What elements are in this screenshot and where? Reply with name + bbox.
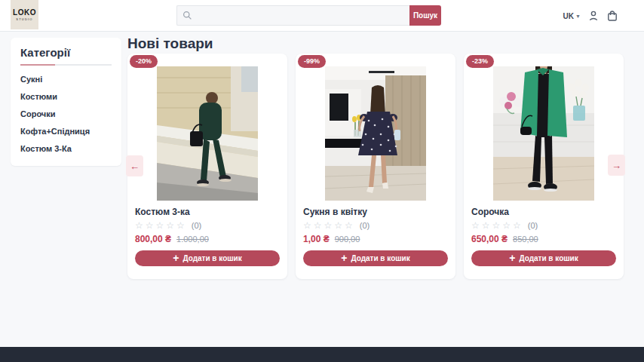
search-input[interactable]: [176, 5, 409, 26]
header: LOKO STUDIO Пошук UK ▼: [0, 0, 644, 32]
account-icon[interactable]: [587, 10, 600, 22]
search-bar: Пошук: [176, 5, 441, 26]
sidebar-item-kofta-spidnytsia[interactable]: Кофта+Спідниця: [20, 122, 112, 140]
logo[interactable]: LOKO STUDIO: [11, 0, 38, 29]
old-price: 900,00: [335, 235, 360, 244]
product-name[interactable]: Сукня в квітку: [303, 207, 448, 217]
price-row: 800,00 ₴ 1.000,00: [135, 234, 280, 244]
logo-title: LOKO: [13, 9, 36, 17]
logo-subtitle: STUDIO: [16, 17, 32, 21]
add-to-cart-label: Додати в кошик: [519, 254, 578, 262]
cart-icon[interactable]: [606, 10, 618, 22]
chevron-down-icon: ▼: [575, 14, 581, 19]
product-card[interactable]: -23%: [464, 54, 624, 279]
discount-badge: -23%: [466, 55, 494, 68]
star-rating-icons[interactable]: ☆☆☆☆☆: [303, 221, 355, 230]
language-label: UK: [563, 12, 574, 20]
rating-count: (0): [192, 221, 201, 230]
sidebar-item-kostium-3ka[interactable]: Костюм 3-Ка: [20, 140, 112, 157]
product-info: Костюм 3-ка ☆☆☆☆☆ (0) 800,00 ₴ 1.000,00 …: [127, 201, 287, 266]
add-to-cart-button[interactable]: + Додати в кошик: [471, 250, 616, 266]
product-photo-suit[interactable]: [157, 66, 258, 201]
product-info: Сукня в квітку ☆☆☆☆☆ (0) 1,00 ₴ 900,00 +…: [296, 201, 455, 266]
product-card[interactable]: -20%: [127, 54, 287, 279]
language-selector[interactable]: UK ▼: [563, 12, 581, 20]
product-photo-shirt[interactable]: [493, 66, 594, 201]
rating-row: ☆☆☆☆☆ (0): [135, 221, 280, 230]
carousel-next-button[interactable]: →: [608, 155, 625, 176]
sidebar-item-sorochky[interactable]: Сорочки: [20, 105, 112, 122]
product-carousel: -20%: [127, 54, 624, 279]
price-row: 650,00 ₴ 850,00: [471, 234, 616, 244]
current-price: 1,00 ₴: [303, 234, 330, 244]
discount-badge: -99%: [298, 55, 326, 68]
arrow-right-icon: →: [612, 161, 621, 170]
add-to-cart-button[interactable]: + Додати в кошик: [303, 250, 448, 266]
product-info: Сорочка ☆☆☆☆☆ (0) 650,00 ₴ 850,00 + Дода…: [464, 201, 624, 266]
old-price: 1.000,00: [176, 235, 209, 244]
sidebar-title: Категорії: [20, 46, 112, 59]
rating-row: ☆☆☆☆☆ (0): [471, 221, 616, 230]
rating-row: ☆☆☆☆☆ (0): [303, 221, 448, 230]
current-price: 650,00 ₴: [471, 234, 508, 244]
footer: [0, 347, 644, 362]
product-name[interactable]: Сорочка: [471, 207, 616, 217]
page-title: Нові товари: [127, 35, 213, 52]
sidebar-divider: [20, 64, 112, 66]
search-button[interactable]: Пошук: [409, 5, 441, 26]
old-price: 850,00: [513, 235, 538, 244]
product-card[interactable]: -99%: [296, 54, 455, 279]
storefront-page: LOKO STUDIO Пошук UK ▼: [0, 0, 644, 362]
rating-count: (0): [360, 221, 370, 230]
product-photo-dress[interactable]: [325, 66, 426, 201]
add-to-cart-button[interactable]: + Додати в кошик: [135, 250, 280, 266]
add-to-cart-label: Додати в кошик: [351, 254, 409, 262]
sidebar-item-sukni[interactable]: Сукні: [20, 70, 112, 87]
price-row: 1,00 ₴ 900,00: [303, 234, 448, 244]
rating-count: (0): [528, 221, 538, 230]
plus-icon: +: [341, 253, 347, 263]
arrow-left-icon: ←: [130, 161, 140, 171]
sidebar-item-kostiumy[interactable]: Костюми: [20, 87, 112, 105]
plus-icon: +: [509, 253, 515, 263]
discount-badge: -20%: [130, 55, 158, 68]
current-price: 800,00 ₴: [135, 234, 171, 244]
categories-sidebar: Категорії Сукні Костюми Сорочки Кофта+Сп…: [11, 38, 121, 166]
carousel-prev-button[interactable]: ←: [126, 155, 143, 176]
add-to-cart-label: Додати в кошик: [182, 254, 241, 262]
star-rating-icons[interactable]: ☆☆☆☆☆: [135, 221, 187, 230]
star-rating-icons[interactable]: ☆☆☆☆☆: [471, 221, 523, 230]
header-actions: UK ▼: [563, 0, 618, 32]
plus-icon: +: [173, 253, 179, 263]
product-name[interactable]: Костюм 3-ка: [135, 207, 280, 217]
